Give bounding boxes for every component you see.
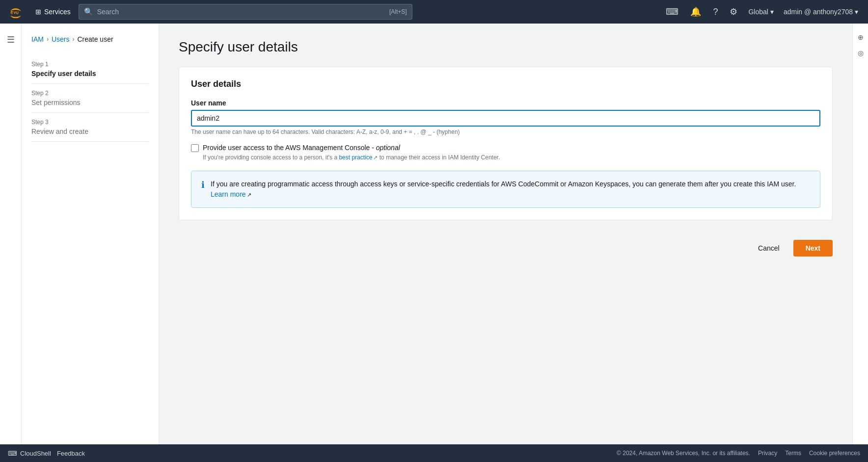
bottom-right-links: © 2024, Amazon Web Services, Inc. or its… [617, 450, 860, 457]
top-navigation: ⊞ Services 🔍 [Alt+S] ⌨ 🔔 ? ⚙ Global ▾ ad… [0, 0, 868, 24]
question-icon: ? [713, 7, 718, 17]
terminal-bottom-icon: ⌨ [8, 450, 17, 457]
username-hint: The user name can have up to 64 characte… [191, 128, 820, 135]
next-button[interactable]: Next [793, 240, 833, 257]
username-label: User name [191, 99, 820, 107]
console-access-label[interactable]: Provide user access to the AWS Managemen… [203, 144, 400, 152]
user-menu[interactable]: admin @ anthony2708 ▾ [780, 6, 862, 18]
step-2-label: Step 2 [31, 90, 149, 97]
console-access-checkbox[interactable] [191, 144, 199, 152]
sidebar-toggle-panel: ☰ [0, 24, 22, 444]
grid-icon: ⊞ [35, 8, 41, 16]
learn-more-ext-icon: ↗ [247, 192, 251, 198]
services-label: Services [44, 8, 71, 16]
cancel-button[interactable]: Cancel [750, 240, 787, 256]
console-access-row: Provide user access to the AWS Managemen… [191, 143, 820, 161]
cloudshell-nav-icon[interactable]: ⌨ [661, 3, 683, 20]
info-text: If you are creating programmatic access … [211, 179, 810, 200]
nav-right-actions: ⌨ 🔔 ? ⚙ Global ▾ admin @ anthony2708 ▾ [661, 3, 862, 20]
info-icon: ℹ [201, 180, 205, 190]
breadcrumb-sep2: › [72, 36, 74, 43]
best-practice-link[interactable]: best practice [339, 154, 372, 161]
breadcrumb-current: Create user [77, 35, 113, 43]
right-panel-icon-2[interactable]: ◎ [856, 47, 866, 59]
cloudshell-button[interactable]: ⌨ CloudShell [8, 450, 51, 457]
right-panel: ⊕ ◎ [852, 24, 868, 444]
chevron-down-icon: ▾ [855, 8, 858, 16]
chevron-down-icon: ▾ [770, 8, 774, 16]
cookie-preferences-link[interactable]: Cookie preferences [809, 450, 860, 457]
region-selector[interactable]: Global ▾ [744, 6, 777, 18]
services-menu-button[interactable]: ⊞ Services [31, 6, 75, 18]
search-bar[interactable]: 🔍 [Alt+S] [79, 4, 412, 20]
step-1-title: Specify user details [31, 70, 149, 77]
gear-icon: ⚙ [730, 6, 737, 17]
breadcrumb-users-link[interactable]: Users [52, 35, 70, 43]
terms-link[interactable]: Terms [785, 450, 801, 457]
menu-toggle-button[interactable]: ☰ [4, 31, 18, 48]
breadcrumb-iam-link[interactable]: IAM [31, 35, 44, 43]
step-3-item[interactable]: Step 3 Review and create [31, 113, 149, 142]
search-shortcut: [Alt+S] [389, 8, 407, 15]
main-content: Specify user details User details User n… [159, 24, 852, 444]
step-3-title: Review and create [31, 128, 149, 135]
breadcrumb-sep1: › [47, 36, 49, 43]
user-details-card: User details User name The user name can… [179, 67, 833, 220]
privacy-link[interactable]: Privacy [758, 450, 777, 457]
step-2-item[interactable]: Step 2 Set permissions [31, 84, 149, 113]
console-access-sublabel: If you're providing console access to a … [203, 154, 500, 161]
step-3-label: Step 3 [31, 119, 149, 126]
right-panel-icon-1[interactable]: ⊕ [856, 31, 866, 43]
learn-more-link[interactable]: Learn more [211, 190, 246, 198]
search-icon: 🔍 [84, 7, 93, 16]
info-box: ℹ If you are creating programmatic acces… [191, 171, 820, 208]
username-input[interactable] [191, 110, 820, 127]
feedback-button[interactable]: Feedback [57, 450, 85, 457]
username-label: admin @ anthony2708 [784, 8, 853, 16]
breadcrumb: IAM › Users › Create user [31, 35, 149, 43]
help-icon[interactable]: ? [708, 4, 723, 20]
step-1-label: Step 1 [31, 61, 149, 68]
step-1-item[interactable]: Step 1 Specify user details [31, 55, 149, 84]
action-buttons: Cancel Next [179, 232, 833, 264]
terminal-icon: ⌨ [666, 6, 678, 17]
cloudshell-label: CloudShell [20, 450, 51, 457]
copyright-text: © 2024, Amazon Web Services, Inc. or its… [617, 450, 750, 457]
settings-icon[interactable]: ⚙ [725, 3, 742, 20]
bottom-bar: ⌨ CloudShell Feedback © 2024, Amazon Web… [0, 444, 868, 462]
region-label: Global [748, 8, 768, 16]
step-2-title: Set permissions [31, 99, 149, 106]
steps-sidebar: IAM › Users › Create user Step 1 Specify… [22, 24, 159, 444]
bell-icon: 🔔 [690, 6, 701, 17]
username-form-group: User name The user name can have up to 6… [191, 99, 820, 135]
aws-logo[interactable] [6, 4, 27, 20]
notifications-icon[interactable]: 🔔 [685, 3, 706, 20]
page-title: Specify user details [179, 39, 833, 55]
card-title: User details [191, 79, 820, 89]
search-input[interactable] [97, 8, 385, 16]
